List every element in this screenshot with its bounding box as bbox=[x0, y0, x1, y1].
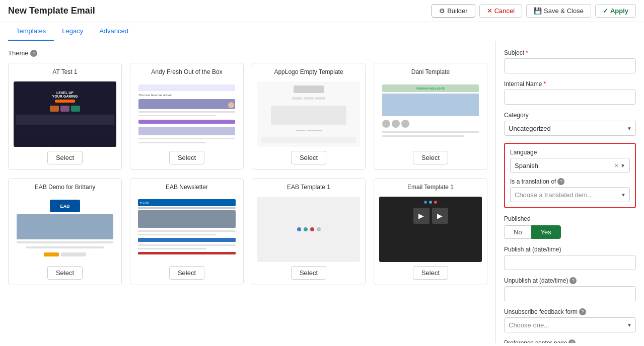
template-title-applogo: AppLogo Empty Template bbox=[274, 68, 343, 75]
preference-field-group: Preference center page ? Choose one... ▼ bbox=[504, 339, 636, 343]
top-actions: ⚙ Builder ✕ Cancel 💾 Save & Close ✓ Appl… bbox=[432, 4, 636, 18]
subject-field-group: Subject * bbox=[504, 49, 636, 73]
publish-at-input[interactable] bbox=[504, 255, 636, 270]
select-button-eabtemp[interactable]: Select bbox=[291, 266, 326, 280]
language-caret-icon: ▼ bbox=[620, 163, 625, 168]
internal-name-field-group: Internal Name * bbox=[504, 80, 636, 105]
unsubscribe-select[interactable]: Choose one... bbox=[504, 317, 636, 332]
subject-label: Subject * bbox=[504, 49, 636, 56]
builder-icon: ⚙ bbox=[439, 7, 445, 15]
template-title-at1: AT Test 1 bbox=[52, 68, 77, 75]
category-label: Category bbox=[504, 112, 636, 119]
template-thumb-eabnews: ● EAB bbox=[135, 197, 238, 262]
save-close-button[interactable]: 💾 Save & Close bbox=[526, 4, 591, 18]
unsubscribe-select-wrapper: Choose one... ▼ bbox=[504, 317, 636, 332]
unsubscribe-label: Unsubscribe feedback form ? bbox=[504, 308, 636, 315]
translation-select-wrapper: Choose a translated item... ▼ bbox=[510, 187, 630, 202]
internal-name-label: Internal Name * bbox=[504, 80, 636, 88]
template-title-dani: Dani Template bbox=[411, 68, 450, 75]
unpublish-at-label: Unpublish at (date/time) ? bbox=[504, 277, 636, 284]
template-thumb-eabtemp bbox=[257, 197, 360, 262]
tab-templates[interactable]: Templates bbox=[8, 22, 54, 41]
cancel-button[interactable]: ✕ Cancel bbox=[479, 4, 522, 18]
template-thumb-applogo bbox=[257, 81, 360, 147]
main-layout: Theme ? AT Test 1 LEVEL UPYOUR GAMING bbox=[0, 41, 644, 343]
top-bar: New Template Email ⚙ Builder ✕ Cancel 💾 … bbox=[0, 0, 644, 22]
template-title-eab: EAB Demo for Brittany bbox=[35, 184, 96, 191]
template-thumb-email1: ▶ ▶ bbox=[379, 197, 482, 262]
template-card-dani: Dani Template WEBINAR HIGHLIGHTS bbox=[374, 63, 487, 170]
published-label: Published bbox=[504, 215, 636, 222]
template-card-eabtemp: EAB Template 1 Select bbox=[252, 178, 366, 285]
category-select[interactable]: Uncategorized bbox=[504, 121, 636, 136]
template-card-eab: EAB Demo for Brittany EAB Select bbox=[8, 178, 122, 285]
internal-name-required-star: * bbox=[543, 80, 546, 88]
apply-button[interactable]: ✓ Apply bbox=[595, 4, 636, 18]
template-card-email1: Email Template 1 ▶ ▶ Select bbox=[374, 178, 487, 285]
published-no-button[interactable]: No bbox=[504, 225, 531, 239]
published-yes-button[interactable]: Yes bbox=[531, 225, 561, 239]
language-section: Language × ▼ Is a translation of ? Choos… bbox=[504, 143, 636, 208]
published-toggle: No Yes bbox=[504, 225, 636, 239]
publish-at-label: Publish at (date/time) bbox=[504, 246, 636, 253]
language-input-wrapper: × ▼ bbox=[510, 158, 630, 173]
select-button-andy[interactable]: Select bbox=[169, 151, 204, 164]
tab-advanced[interactable]: Advanced bbox=[91, 22, 136, 41]
tab-bar: Templates Legacy Advanced bbox=[0, 22, 644, 41]
templates-grid: AT Test 1 LEVEL UPYOUR GAMING bbox=[8, 63, 487, 285]
template-title-email1: Email Template 1 bbox=[407, 184, 454, 191]
template-thumb-at1: LEVEL UPYOUR GAMING bbox=[14, 81, 116, 147]
tab-legacy[interactable]: Legacy bbox=[54, 22, 91, 41]
unpublish-at-input[interactable] bbox=[504, 286, 636, 301]
unsubscribe-help-icon[interactable]: ? bbox=[579, 308, 586, 315]
template-card-at1: AT Test 1 LEVEL UPYOUR GAMING bbox=[8, 63, 122, 170]
translation-select[interactable]: Choose a translated item... bbox=[510, 187, 630, 202]
select-button-eabnews[interactable]: Select bbox=[169, 266, 204, 280]
builder-button[interactable]: ⚙ Builder bbox=[432, 4, 475, 18]
template-thumb-andy: The new blue has arrived bbox=[135, 81, 238, 147]
save-icon: 💾 bbox=[534, 7, 542, 15]
select-button-at1[interactable]: Select bbox=[47, 151, 83, 164]
published-section: Published No Yes bbox=[504, 215, 636, 239]
unsubscribe-field-group: Unsubscribe feedback form ? Choose one..… bbox=[504, 308, 636, 332]
apply-icon: ✓ bbox=[603, 7, 608, 15]
select-button-eab[interactable]: Select bbox=[47, 266, 83, 280]
translation-of-label: Is a translation of ? bbox=[510, 178, 630, 185]
category-field-group: Category Uncategorized ▼ bbox=[504, 112, 636, 136]
select-button-applogo[interactable]: Select bbox=[291, 151, 326, 164]
publish-at-field-group: Publish at (date/time) bbox=[504, 246, 636, 270]
theme-label: Theme ? bbox=[8, 49, 487, 57]
internal-name-input[interactable] bbox=[504, 90, 636, 105]
translation-help-icon[interactable]: ? bbox=[557, 178, 564, 185]
template-thumb-eab: EAB bbox=[14, 197, 116, 262]
language-input[interactable] bbox=[515, 162, 614, 169]
preference-help-icon[interactable]: ? bbox=[568, 339, 576, 343]
template-title-eabnews: EAB Newsletter bbox=[166, 184, 208, 191]
template-title-andy: Andy Fresh Out of the Box bbox=[151, 68, 222, 75]
subject-required-star: * bbox=[526, 49, 528, 56]
page-title: New Template Email bbox=[8, 6, 95, 16]
select-button-dani[interactable]: Select bbox=[413, 151, 448, 164]
category-select-wrapper: Uncategorized ▼ bbox=[504, 121, 636, 136]
template-card-applogo: AppLogo Empty Template bbox=[252, 63, 366, 170]
theme-help-icon[interactable]: ? bbox=[30, 50, 37, 57]
select-button-email1[interactable]: Select bbox=[413, 266, 448, 280]
language-clear-icon[interactable]: × bbox=[614, 161, 618, 169]
template-title-eabtemp: EAB Template 1 bbox=[287, 184, 330, 191]
language-label: Language bbox=[510, 149, 630, 156]
right-panel: Subject * Internal Name * Category Uncat… bbox=[495, 41, 644, 343]
template-thumb-dani: WEBINAR HIGHLIGHTS bbox=[379, 81, 482, 147]
cancel-icon: ✕ bbox=[487, 7, 492, 15]
template-card-eabnews: EAB Newsletter ● EAB Select bbox=[130, 178, 244, 285]
preference-label: Preference center page ? bbox=[504, 339, 636, 343]
left-panel: Theme ? AT Test 1 LEVEL UPYOUR GAMING bbox=[0, 41, 495, 343]
subject-input[interactable] bbox=[504, 58, 636, 73]
unpublish-at-field-group: Unpublish at (date/time) ? bbox=[504, 277, 636, 301]
template-card-andy: Andy Fresh Out of the Box The new blue h… bbox=[130, 63, 244, 170]
unpublish-help-icon[interactable]: ? bbox=[569, 277, 577, 284]
